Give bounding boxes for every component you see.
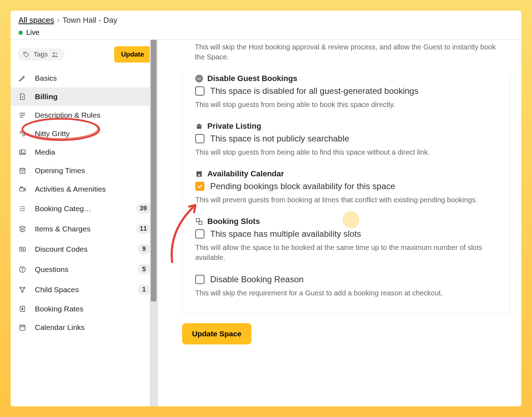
sidebar-item-label: Child Spaces — [35, 285, 130, 294]
count-badge: 11 — [136, 224, 150, 234]
sidebar-item-label: Nitty Gritty — [35, 129, 150, 138]
section-title: Booking Slots — [207, 217, 260, 226]
section-availability-calendar: Availability Calendar Pending bookings b… — [195, 169, 497, 205]
building-icon — [195, 122, 203, 130]
instant-book-help: This will skip the Host booking approval… — [182, 40, 510, 62]
section-help: This will prevent guests from booking at… — [195, 195, 497, 205]
sidebar-item-label: Activities & Amenities — [35, 185, 150, 193]
svg-point-18 — [22, 291, 23, 292]
section-help: This will skip the requirement for a Gue… — [195, 288, 497, 298]
image-icon — [18, 148, 27, 156]
sidebar-item-label: Basics — [35, 74, 150, 82]
private-listing-option[interactable]: This space is not publicly searchable — [195, 134, 497, 144]
app-window: All spaces › Town Hall - Day Live Tags U… — [11, 11, 521, 406]
minus-circle-icon: – — [195, 75, 203, 82]
sidebar-item-basics[interactable]: Basics — [11, 69, 158, 87]
section-heading: Availability Calendar — [195, 169, 497, 178]
section-title: Private Listing — [207, 122, 261, 131]
sidebar-item-label: Calendar Links — [35, 323, 150, 332]
count-badge: 5 — [138, 264, 150, 274]
section-disable-booking-reason: Disable Booking Reason This will skip th… — [195, 274, 497, 298]
pending-bookings-option[interactable]: Pending bookings block availability for … — [195, 181, 497, 191]
update-space-button[interactable]: Update Space — [182, 323, 251, 344]
sidebar-item-description[interactable]: Description & Rules — [11, 106, 158, 124]
checkbox-unchecked-icon[interactable] — [195, 134, 204, 143]
sidebar-item-media[interactable]: Media — [11, 143, 158, 161]
calendar-icon — [18, 324, 27, 331]
svg-point-17 — [24, 287, 25, 288]
multiple-slots-option[interactable]: This space has multiple availability slo… — [195, 229, 497, 239]
section-help: This will stop guests from being able to… — [195, 100, 497, 109]
breadcrumb: All spaces › Town Hall - Day — [18, 16, 514, 25]
tags-row: Tags Update — [11, 44, 158, 69]
svg-point-2 — [56, 53, 57, 54]
sidebar-item-label: Booking Categ… — [35, 204, 128, 213]
svg-rect-24 — [197, 172, 202, 173]
tags-chip[interactable]: Tags — [17, 48, 65, 60]
body: Tags Update Basics Billing Description &… — [11, 40, 521, 406]
camera-icon — [18, 185, 27, 193]
sidebar-item-calendar-links[interactable]: Calendar Links — [11, 318, 158, 337]
update-button[interactable]: Update — [114, 46, 151, 63]
lines-icon — [18, 111, 27, 119]
svg-point-6 — [21, 151, 22, 152]
count-badge: 9 — [138, 244, 150, 254]
checkbox-unchecked-icon[interactable] — [195, 229, 204, 239]
checklist-icon — [18, 205, 27, 213]
section-disable-guest-bookings: – Disable Guest Bookings This space is d… — [195, 74, 497, 109]
disable-bookings-option[interactable]: This space is disabled for all guest-gen… — [195, 86, 497, 96]
svg-point-15 — [22, 271, 22, 271]
settings-card: – Disable Guest Bookings This space is d… — [182, 74, 510, 314]
dollar-icon — [18, 305, 27, 313]
sidebar-item-billing[interactable]: Billing — [11, 87, 158, 106]
section-heading: Private Listing — [195, 122, 497, 131]
section-title: Disable Guest Bookings — [207, 74, 297, 83]
sidebar-item-booking-rates[interactable]: Booking Rates — [11, 300, 158, 318]
disable-booking-reason-option[interactable]: Disable Booking Reason — [195, 274, 497, 284]
svg-point-4 — [23, 134, 25, 136]
section-heading: – Disable Guest Bookings — [195, 74, 497, 83]
stack-icon — [18, 225, 27, 233]
sidebar-item-booking-categories[interactable]: Booking Categ… 39 — [11, 198, 158, 219]
slots-icon — [195, 218, 203, 225]
sidebar-item-label: Media — [35, 148, 150, 156]
pencil-icon — [18, 74, 27, 82]
checkbox-unchecked-icon[interactable] — [195, 86, 204, 96]
chevron-right-icon: › — [57, 16, 59, 25]
option-label: This space has multiple availability slo… — [210, 229, 361, 239]
question-icon — [18, 266, 27, 273]
sidebar-item-nitty-gritty[interactable]: Nitty Gritty — [11, 124, 158, 143]
sidebar-item-items-charges[interactable]: Items & Charges 11 — [11, 219, 158, 239]
sidebar-item-label: Questions — [35, 265, 130, 274]
svg-rect-7 — [20, 169, 25, 174]
svg-point-16 — [20, 287, 21, 288]
option-label: Disable Booking Reason — [210, 274, 304, 284]
sidebar-item-activities[interactable]: Activities & Amenities — [11, 180, 158, 198]
scrollbar-thumb[interactable] — [151, 40, 156, 301]
sidebar-item-opening-times[interactable]: Opening Times — [11, 161, 158, 180]
page-header: All spaces › Town Hall - Day Live — [11, 11, 521, 40]
sidebar-item-discount-codes[interactable]: Discount Codes 9 — [11, 239, 158, 259]
sidebar-item-questions[interactable]: Questions 5 — [11, 259, 158, 279]
percent-icon — [18, 245, 27, 253]
svg-rect-8 — [20, 188, 24, 191]
sidebar-item-label: Description & Rules — [35, 111, 150, 119]
sidebar-item-label: Discount Codes — [35, 245, 130, 253]
calendar-check-icon — [18, 167, 27, 175]
svg-point-12 — [21, 248, 22, 248]
invoice-icon — [18, 93, 27, 101]
checkbox-unchecked-icon[interactable] — [195, 275, 204, 284]
sidebar-item-child-spaces[interactable]: Child Spaces 1 — [11, 279, 158, 300]
breadcrumb-current: Town Hall - Day — [63, 16, 117, 25]
main-panel: This will skip the Host booking approval… — [158, 40, 521, 406]
scrollbar-track[interactable] — [150, 40, 158, 406]
checkbox-checked-icon[interactable] — [195, 182, 204, 191]
status-row: Live — [18, 28, 514, 37]
sidebar-item-label: Items & Charges — [35, 225, 128, 233]
sidebar: Tags Update Basics Billing Description &… — [11, 40, 158, 406]
svg-point-3 — [20, 132, 22, 134]
count-badge: 39 — [136, 203, 150, 214]
breadcrumb-root-link[interactable]: All spaces — [18, 16, 54, 25]
tags-label: Tags — [33, 50, 48, 58]
option-label: This space is disabled for all guest-gen… — [210, 86, 419, 96]
